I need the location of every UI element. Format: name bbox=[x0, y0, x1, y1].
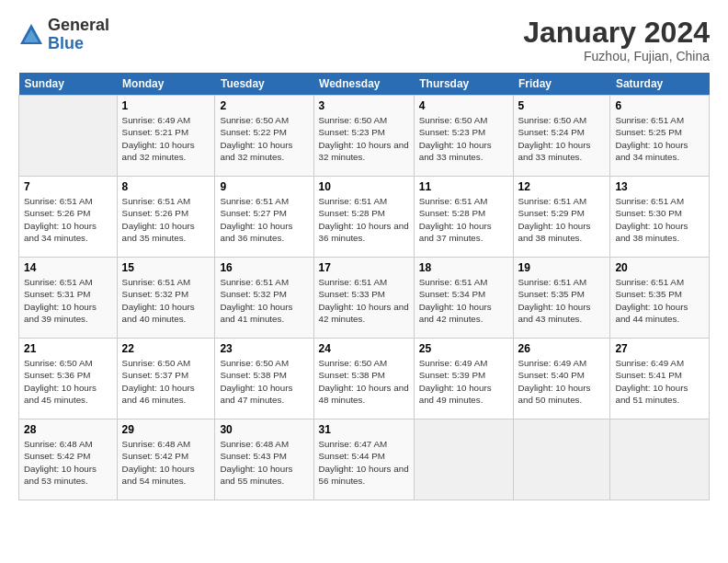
calendar-cell: 13Sunrise: 6:51 AMSunset: 5:30 PMDayligh… bbox=[610, 177, 710, 258]
day-header-tuesday: Tuesday bbox=[215, 73, 313, 96]
day-info: Sunrise: 6:51 AMSunset: 5:33 PMDaylight:… bbox=[319, 276, 409, 325]
calendar-cell: 11Sunrise: 6:51 AMSunset: 5:28 PMDayligh… bbox=[414, 177, 513, 258]
calendar-week-row: 28Sunrise: 6:48 AMSunset: 5:42 PMDayligh… bbox=[19, 419, 710, 500]
calendar-cell: 30Sunrise: 6:48 AMSunset: 5:43 PMDayligh… bbox=[215, 419, 313, 500]
day-number: 17 bbox=[319, 261, 409, 274]
day-number: 25 bbox=[419, 342, 508, 355]
calendar-cell: 18Sunrise: 6:51 AMSunset: 5:34 PMDayligh… bbox=[414, 258, 513, 339]
calendar-cell: 1Sunrise: 6:49 AMSunset: 5:21 PMDaylight… bbox=[117, 96, 215, 177]
calendar-cell: 29Sunrise: 6:48 AMSunset: 5:42 PMDayligh… bbox=[117, 419, 215, 500]
day-info: Sunrise: 6:51 AMSunset: 5:32 PMDaylight:… bbox=[220, 276, 308, 325]
day-number: 15 bbox=[122, 261, 210, 274]
calendar-page: General Blue January 2024 Fuzhou, Fujian… bbox=[0, 0, 728, 563]
day-info: Sunrise: 6:49 AMSunset: 5:41 PMDaylight:… bbox=[615, 357, 704, 406]
day-info: Sunrise: 6:50 AMSunset: 5:36 PMDaylight:… bbox=[24, 357, 112, 406]
calendar-cell: 3Sunrise: 6:50 AMSunset: 5:23 PMDaylight… bbox=[313, 96, 414, 177]
day-number: 5 bbox=[518, 99, 606, 112]
day-number: 10 bbox=[319, 180, 409, 193]
calendar-week-row: 1Sunrise: 6:49 AMSunset: 5:21 PMDaylight… bbox=[19, 96, 710, 177]
calendar-week-row: 7Sunrise: 6:51 AMSunset: 5:26 PMDaylight… bbox=[19, 177, 710, 258]
day-number: 23 bbox=[220, 342, 308, 355]
day-number: 13 bbox=[615, 180, 704, 193]
day-number: 4 bbox=[419, 99, 508, 112]
calendar-cell: 16Sunrise: 6:51 AMSunset: 5:32 PMDayligh… bbox=[215, 258, 313, 339]
calendar-table: SundayMondayTuesdayWednesdayThursdayFrid… bbox=[18, 73, 710, 500]
day-header-saturday: Saturday bbox=[610, 73, 710, 96]
day-info: Sunrise: 6:50 AMSunset: 5:38 PMDaylight:… bbox=[319, 357, 409, 406]
day-header-friday: Friday bbox=[513, 73, 610, 96]
calendar-cell: 4Sunrise: 6:50 AMSunset: 5:23 PMDaylight… bbox=[414, 96, 513, 177]
day-info: Sunrise: 6:48 AMSunset: 5:43 PMDaylight:… bbox=[220, 438, 308, 487]
day-info: Sunrise: 6:49 AMSunset: 5:40 PMDaylight:… bbox=[518, 357, 606, 406]
day-info: Sunrise: 6:51 AMSunset: 5:27 PMDaylight:… bbox=[220, 195, 308, 244]
day-number: 31 bbox=[319, 423, 409, 436]
day-info: Sunrise: 6:51 AMSunset: 5:25 PMDaylight:… bbox=[615, 114, 704, 163]
day-info: Sunrise: 6:48 AMSunset: 5:42 PMDaylight:… bbox=[122, 438, 210, 487]
month-title: January 2024 bbox=[523, 17, 710, 49]
calendar-cell: 27Sunrise: 6:49 AMSunset: 5:41 PMDayligh… bbox=[610, 339, 710, 419]
day-number: 14 bbox=[24, 261, 112, 274]
day-info: Sunrise: 6:51 AMSunset: 5:34 PMDaylight:… bbox=[419, 276, 508, 325]
header: General Blue January 2024 Fuzhou, Fujian… bbox=[18, 17, 710, 63]
day-info: Sunrise: 6:50 AMSunset: 5:23 PMDaylight:… bbox=[419, 114, 508, 163]
calendar-cell: 12Sunrise: 6:51 AMSunset: 5:29 PMDayligh… bbox=[513, 177, 610, 258]
day-info: Sunrise: 6:51 AMSunset: 5:28 PMDaylight:… bbox=[319, 195, 409, 244]
calendar-header-row: SundayMondayTuesdayWednesdayThursdayFrid… bbox=[19, 73, 710, 96]
logo-text: General Blue bbox=[48, 17, 109, 53]
calendar-cell: 5Sunrise: 6:50 AMSunset: 5:24 PMDaylight… bbox=[513, 96, 610, 177]
calendar-cell bbox=[19, 96, 118, 177]
day-number: 18 bbox=[419, 261, 508, 274]
day-number: 11 bbox=[419, 180, 508, 193]
calendar-cell: 19Sunrise: 6:51 AMSunset: 5:35 PMDayligh… bbox=[513, 258, 610, 339]
day-info: Sunrise: 6:51 AMSunset: 5:26 PMDaylight:… bbox=[122, 195, 210, 244]
day-number: 7 bbox=[24, 180, 112, 193]
location: Fuzhou, Fujian, China bbox=[523, 49, 710, 63]
day-header-wednesday: Wednesday bbox=[313, 73, 414, 96]
calendar-cell: 6Sunrise: 6:51 AMSunset: 5:25 PMDaylight… bbox=[610, 96, 710, 177]
calendar-cell: 20Sunrise: 6:51 AMSunset: 5:35 PMDayligh… bbox=[610, 258, 710, 339]
day-number: 27 bbox=[615, 342, 704, 355]
day-info: Sunrise: 6:50 AMSunset: 5:37 PMDaylight:… bbox=[122, 357, 210, 406]
day-number: 21 bbox=[24, 342, 112, 355]
day-info: Sunrise: 6:51 AMSunset: 5:32 PMDaylight:… bbox=[122, 276, 210, 325]
day-header-monday: Monday bbox=[117, 73, 215, 96]
calendar-cell: 24Sunrise: 6:50 AMSunset: 5:38 PMDayligh… bbox=[313, 339, 414, 419]
day-header-sunday: Sunday bbox=[19, 73, 118, 96]
title-block: January 2024 Fuzhou, Fujian, China bbox=[523, 17, 710, 63]
day-info: Sunrise: 6:50 AMSunset: 5:22 PMDaylight:… bbox=[220, 114, 308, 163]
day-info: Sunrise: 6:51 AMSunset: 5:30 PMDaylight:… bbox=[615, 195, 704, 244]
calendar-cell: 26Sunrise: 6:49 AMSunset: 5:40 PMDayligh… bbox=[513, 339, 610, 419]
calendar-cell: 10Sunrise: 6:51 AMSunset: 5:28 PMDayligh… bbox=[313, 177, 414, 258]
calendar-cell: 31Sunrise: 6:47 AMSunset: 5:44 PMDayligh… bbox=[313, 419, 414, 500]
day-number: 1 bbox=[122, 99, 210, 112]
day-info: Sunrise: 6:51 AMSunset: 5:29 PMDaylight:… bbox=[518, 195, 606, 244]
calendar-cell: 9Sunrise: 6:51 AMSunset: 5:27 PMDaylight… bbox=[215, 177, 313, 258]
calendar-cell: 25Sunrise: 6:49 AMSunset: 5:39 PMDayligh… bbox=[414, 339, 513, 419]
day-number: 22 bbox=[122, 342, 210, 355]
day-info: Sunrise: 6:48 AMSunset: 5:42 PMDaylight:… bbox=[24, 438, 112, 487]
day-info: Sunrise: 6:47 AMSunset: 5:44 PMDaylight:… bbox=[319, 438, 409, 487]
day-number: 8 bbox=[122, 180, 210, 193]
calendar-cell bbox=[513, 419, 610, 500]
day-number: 19 bbox=[518, 261, 606, 274]
day-number: 6 bbox=[615, 99, 704, 112]
day-number: 16 bbox=[220, 261, 308, 274]
calendar-cell bbox=[610, 419, 710, 500]
day-header-thursday: Thursday bbox=[414, 73, 513, 96]
logo: General Blue bbox=[18, 17, 109, 53]
day-number: 9 bbox=[220, 180, 308, 193]
calendar-cell bbox=[414, 419, 513, 500]
day-number: 26 bbox=[518, 342, 606, 355]
day-info: Sunrise: 6:51 AMSunset: 5:26 PMDaylight:… bbox=[24, 195, 112, 244]
calendar-cell: 21Sunrise: 6:50 AMSunset: 5:36 PMDayligh… bbox=[19, 339, 118, 419]
day-info: Sunrise: 6:51 AMSunset: 5:35 PMDaylight:… bbox=[518, 276, 606, 325]
day-number: 2 bbox=[220, 99, 308, 112]
calendar-cell: 22Sunrise: 6:50 AMSunset: 5:37 PMDayligh… bbox=[117, 339, 215, 419]
calendar-cell: 15Sunrise: 6:51 AMSunset: 5:32 PMDayligh… bbox=[117, 258, 215, 339]
calendar-cell: 2Sunrise: 6:50 AMSunset: 5:22 PMDaylight… bbox=[215, 96, 313, 177]
day-info: Sunrise: 6:50 AMSunset: 5:38 PMDaylight:… bbox=[220, 357, 308, 406]
calendar-cell: 28Sunrise: 6:48 AMSunset: 5:42 PMDayligh… bbox=[19, 419, 118, 500]
day-number: 20 bbox=[615, 261, 704, 274]
calendar-cell: 23Sunrise: 6:50 AMSunset: 5:38 PMDayligh… bbox=[215, 339, 313, 419]
calendar-cell: 8Sunrise: 6:51 AMSunset: 5:26 PMDaylight… bbox=[117, 177, 215, 258]
